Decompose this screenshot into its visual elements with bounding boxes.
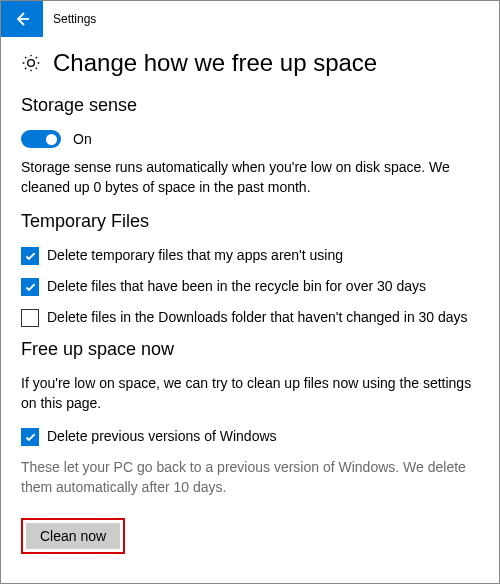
temp-files-heading: Temporary Files [21,211,479,232]
checkbox-icon [21,247,39,265]
title-bar: Settings [1,1,499,37]
checkbox-icon [21,309,39,327]
checkbox-label: Delete files in the Downloads folder tha… [47,308,468,327]
checkbox-label: Delete temporary files that my apps aren… [47,246,343,265]
free-up-note: These let your PC go back to a previous … [21,458,479,497]
app-title: Settings [53,12,96,26]
checkbox-label: Delete previous versions of Windows [47,427,277,446]
storage-sense-toggle[interactable] [21,130,61,148]
back-arrow-icon [14,11,30,27]
toggle-label: On [73,131,92,147]
checkbox-icon [21,428,39,446]
checkbox-delete-recycle-bin[interactable]: Delete files that have been in the recyc… [21,277,479,296]
storage-sense-heading: Storage sense [21,95,479,116]
highlight-box: Clean now [21,518,125,554]
storage-sense-description: Storage sense runs automatically when yo… [21,158,479,197]
checkbox-icon [21,278,39,296]
checkbox-delete-downloads[interactable]: Delete files in the Downloads folder tha… [21,308,479,327]
gear-icon [21,53,41,73]
checkbox-label: Delete files that have been in the recyc… [47,277,426,296]
page-title: Change how we free up space [53,49,377,77]
checkbox-delete-temp-files[interactable]: Delete temporary files that my apps aren… [21,246,479,265]
clean-now-button[interactable]: Clean now [26,523,120,549]
checkbox-delete-previous-windows[interactable]: Delete previous versions of Windows [21,427,479,446]
free-up-description: If you're low on space, we can try to cl… [21,374,479,413]
free-up-heading: Free up space now [21,339,479,360]
back-button[interactable] [1,1,43,37]
toggle-knob [46,134,57,145]
